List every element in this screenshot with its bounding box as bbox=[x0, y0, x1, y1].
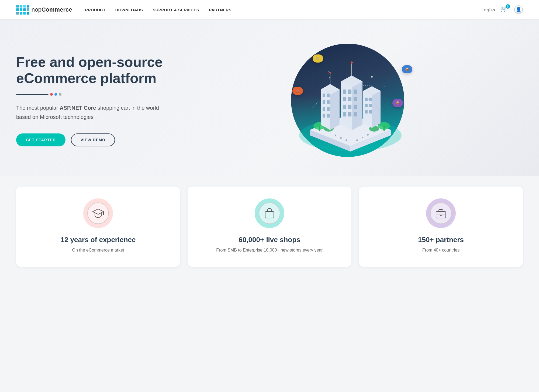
navbar: nopCommerce PRODUCT DOWNLOADS SUPPORT & … bbox=[0, 0, 539, 19]
divider-dot-blue bbox=[54, 93, 57, 96]
svg-marker-64 bbox=[93, 209, 103, 214]
svg-point-55 bbox=[340, 137, 342, 139]
shops-icon-circle bbox=[259, 202, 280, 224]
shops-icon-wrap bbox=[255, 198, 284, 228]
logo-dots bbox=[16, 5, 29, 15]
logo[interactable]: nopCommerce bbox=[16, 5, 72, 15]
language-selector[interactable]: English bbox=[482, 8, 495, 12]
partners-number: 150+ partners bbox=[418, 236, 464, 244]
graduation-cap-icon bbox=[92, 207, 105, 220]
cart-badge: 0 bbox=[506, 4, 510, 9]
svg-point-56 bbox=[345, 139, 347, 141]
user-icon: 👤 bbox=[516, 7, 521, 13]
svg-rect-46 bbox=[365, 98, 368, 101]
experience-icon-circle bbox=[87, 202, 109, 224]
partners-icon-circle bbox=[430, 202, 452, 224]
svg-rect-18 bbox=[323, 107, 325, 111]
briefcase-icon bbox=[434, 207, 447, 220]
svg-rect-29 bbox=[348, 90, 351, 94]
svg-rect-34 bbox=[343, 105, 346, 109]
svg-rect-16 bbox=[323, 100, 325, 104]
svg-rect-19 bbox=[327, 107, 330, 111]
svg-point-58 bbox=[362, 137, 363, 138]
svg-rect-66 bbox=[265, 212, 274, 218]
svg-marker-12 bbox=[330, 90, 340, 130]
divider-dot-red bbox=[50, 93, 53, 96]
nav-support[interactable]: SUPPORT & SERVICES bbox=[153, 8, 199, 12]
nav-links: PRODUCT DOWNLOADS SUPPORT & SERVICES PAR… bbox=[85, 8, 481, 12]
svg-rect-39 bbox=[354, 112, 357, 116]
svg-rect-50 bbox=[365, 110, 368, 114]
nav-downloads[interactable]: DOWNLOADS bbox=[115, 8, 143, 12]
experience-desc: On the eCommerce market bbox=[72, 247, 124, 254]
svg-rect-17 bbox=[327, 100, 330, 104]
stat-card-partners: 150+ partners From 40+ countries bbox=[359, 187, 523, 267]
svg-point-57 bbox=[356, 139, 358, 141]
cart-badge-icon: 🛒 bbox=[316, 57, 320, 60]
svg-rect-14 bbox=[323, 94, 325, 97]
svg-point-53 bbox=[371, 76, 373, 78]
box-badge-icon: 📦 bbox=[396, 101, 400, 105]
partners-desc: From 40+ countries bbox=[422, 247, 459, 254]
hero-buttons: GET STARTED VIEW DEMO bbox=[16, 133, 172, 146]
shops-number: 60,000+ live shops bbox=[239, 236, 300, 244]
nav-partners[interactable]: PARTNERS bbox=[209, 8, 232, 12]
svg-rect-35 bbox=[348, 105, 351, 109]
experience-icon-wrap bbox=[83, 198, 113, 228]
svg-rect-30 bbox=[354, 90, 357, 94]
svg-rect-15 bbox=[327, 94, 330, 97]
stat-card-experience: 12 years of experience On the eCommerce … bbox=[16, 187, 180, 267]
user-account-button[interactable]: 👤 bbox=[514, 5, 523, 14]
basket-badge-icon: 🛒 bbox=[296, 89, 300, 93]
hero-description: The most popular ASP.NET Core shopping c… bbox=[16, 103, 172, 122]
svg-point-41 bbox=[351, 61, 353, 64]
hero-content: Free and open-source eCommerce platform … bbox=[16, 54, 172, 146]
stats-section: 12 years of experience On the eCommerce … bbox=[0, 176, 539, 283]
float-badge-box-purple: 📦 bbox=[392, 99, 403, 107]
svg-rect-48 bbox=[365, 104, 368, 107]
shops-desc: From SMB to Enterprise 10,000+ new store… bbox=[216, 247, 323, 254]
svg-marker-26 bbox=[352, 81, 362, 130]
cube-badge-icon: 📦 bbox=[405, 67, 409, 71]
svg-rect-36 bbox=[354, 105, 357, 109]
svg-rect-5 bbox=[319, 126, 320, 131]
svg-rect-20 bbox=[323, 114, 325, 118]
divider-line bbox=[16, 94, 49, 95]
svg-point-59 bbox=[367, 134, 369, 136]
svg-rect-38 bbox=[348, 112, 351, 116]
stat-card-shops: 60,000+ live shops From SMB to Enterpris… bbox=[188, 187, 351, 267]
svg-line-60 bbox=[328, 70, 330, 81]
hero-title: Free and open-source eCommerce platform bbox=[16, 54, 172, 87]
svg-rect-31 bbox=[343, 97, 346, 101]
view-demo-button[interactable]: VIEW DEMO bbox=[71, 133, 115, 146]
svg-rect-28 bbox=[343, 90, 346, 94]
nav-right: English 🛒 0 👤 bbox=[482, 5, 523, 14]
nav-product[interactable]: PRODUCT bbox=[85, 8, 105, 12]
svg-point-23 bbox=[329, 72, 331, 74]
svg-rect-37 bbox=[343, 112, 346, 116]
svg-rect-51 bbox=[369, 110, 372, 114]
logo-text: nopCommerce bbox=[32, 6, 72, 13]
svg-rect-32 bbox=[348, 97, 351, 101]
hero-section: Free and open-source eCommerce platform … bbox=[0, 19, 539, 176]
shopping-bag-icon bbox=[263, 207, 276, 220]
experience-number: 12 years of experience bbox=[61, 236, 136, 244]
cart-button[interactable]: 🛒 0 bbox=[500, 5, 509, 14]
divider-dot-gray bbox=[59, 93, 61, 96]
svg-marker-45 bbox=[363, 91, 372, 128]
hero-illustration: 🛒 🛒 📦 📦 bbox=[172, 41, 523, 160]
hero-divider bbox=[16, 93, 172, 96]
svg-point-54 bbox=[335, 135, 336, 136]
float-badge-cart-orange: 🛒 bbox=[292, 87, 303, 95]
float-badge-cart-yellow: 🛒 bbox=[313, 54, 323, 63]
svg-rect-21 bbox=[327, 114, 330, 118]
svg-marker-44 bbox=[372, 91, 381, 128]
partners-icon-wrap bbox=[426, 198, 456, 228]
svg-rect-49 bbox=[369, 104, 372, 107]
float-badge-box-blue: 📦 bbox=[402, 65, 412, 73]
svg-rect-7 bbox=[383, 126, 385, 131]
illustration-container: 🛒 🛒 📦 📦 bbox=[278, 41, 418, 160]
svg-line-61 bbox=[312, 100, 319, 108]
svg-line-63 bbox=[361, 85, 385, 86]
get-started-button[interactable]: GET STARTED bbox=[16, 133, 65, 146]
